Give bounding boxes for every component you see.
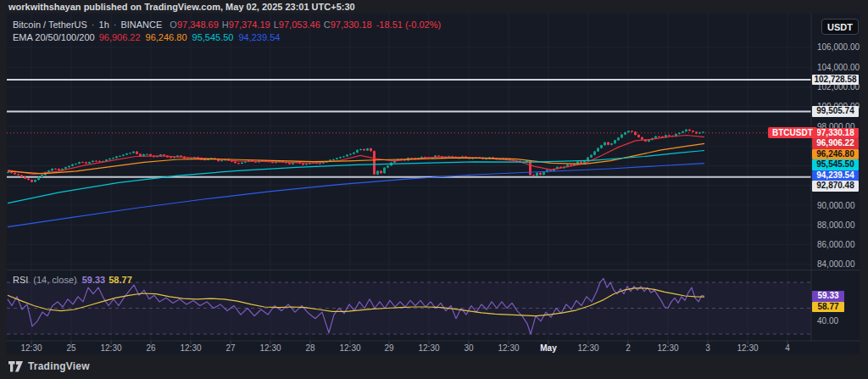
ema-indicator-label[interactable]: EMA 20/50/100/200: [13, 31, 95, 44]
candle-body: [58, 169, 60, 170]
candle-body: [346, 155, 348, 157]
candle-body: [607, 142, 609, 145]
candle-body: [682, 131, 684, 133]
candle-body: [136, 152, 138, 154]
time-axis-label: 12:30: [657, 343, 678, 354]
symbol-interval[interactable]: 1h: [99, 19, 109, 31]
tradingview-brand-text[interactable]: TradingView: [28, 360, 90, 372]
candle-body: [383, 168, 386, 174]
ema-value: 94,239.54: [238, 32, 280, 42]
candle-body: [54, 169, 57, 170]
price-value-badge: 96,246.80: [812, 149, 859, 160]
candle-body: [437, 156, 440, 157]
candle-body: [570, 164, 572, 165]
candle-body: [624, 132, 626, 135]
ohlc-key: C: [324, 20, 331, 30]
candle-body: [319, 164, 321, 164]
symbol-name[interactable]: Bitcoin / TetherUS: [13, 19, 87, 31]
rsi-legend[interactable]: RSI (14, close) 59.3358.77: [13, 275, 136, 285]
rsi-values: 59.3358.77: [82, 275, 136, 285]
candle-body: [339, 157, 342, 158]
rsi-indicator-label[interactable]: RSI: [13, 275, 28, 285]
ohlc-value: 97,374.19: [229, 20, 270, 30]
time-axis-label: 29: [384, 343, 393, 354]
candle-body: [539, 173, 542, 175]
time-axis-label: 3: [705, 343, 710, 354]
rsi-value-badge: 58.77: [812, 302, 844, 313]
candle-body: [37, 177, 40, 180]
candle-body: [85, 162, 87, 163]
candle-body: [170, 157, 172, 158]
price-line-symbol-badge: BTCUSDT: [768, 127, 817, 138]
price-value-badge: 96,906.22: [812, 138, 859, 149]
candle-body: [658, 137, 660, 137]
candle-body: [234, 162, 236, 164]
price-axis-label: 88,000.00: [817, 220, 860, 230]
tradingview-logo-icon[interactable]: [8, 361, 23, 372]
candle-body: [129, 153, 131, 153]
candle-body: [41, 175, 43, 177]
time-axis-label: 2: [626, 343, 631, 354]
ohlc-value: 97,053.46: [279, 20, 320, 30]
candle-body: [688, 130, 691, 131]
candle-body: [112, 158, 114, 159]
candle-body: [698, 132, 701, 133]
candle-body: [614, 140, 616, 143]
candle-body: [542, 172, 545, 175]
rsi-legend-value: 59.33: [82, 275, 106, 285]
time-axis-label: 12:30: [418, 343, 439, 354]
symbol-legend-row[interactable]: Bitcoin / TetherUS · 1h · BINANCE O97,34…: [13, 19, 441, 31]
time-axis-label: 12:30: [180, 343, 201, 354]
candle-body: [237, 163, 240, 164]
candle-body: [380, 171, 382, 174]
candle-body: [634, 132, 637, 136]
candle-body: [702, 132, 704, 133]
candle-body: [220, 160, 223, 161]
candle-body: [51, 169, 53, 170]
candle-body: [115, 156, 118, 158]
candle-body: [366, 148, 369, 150]
candle-body: [617, 137, 620, 140]
candle-body: [580, 161, 582, 163]
time-axis-label: 28: [305, 343, 314, 354]
time-axis-label: 30: [464, 343, 473, 354]
rsi-axis-label: 40.00: [817, 316, 860, 326]
ema-line-ema-20: [8, 136, 704, 175]
candle-body: [620, 135, 623, 138]
ema-values: 96,906.2296,246.8095,545.5094,239.54: [99, 31, 286, 44]
candle-body: [637, 135, 640, 137]
candle-body: [627, 131, 630, 132]
chart-legend: Bitcoin / TetherUS · 1h · BINANCE O97,34…: [13, 19, 441, 44]
candle-body: [68, 166, 70, 167]
candle-body: [163, 154, 165, 155]
candle-body: [597, 148, 599, 152]
time-axis-label: 27: [225, 343, 235, 354]
candle-body: [685, 130, 687, 131]
candle-body: [387, 165, 389, 167]
candle-body: [532, 175, 535, 176]
candle-body: [132, 152, 135, 153]
ohlc-value: 97,348.69: [177, 20, 219, 30]
price-axis-label: 84,000.00: [817, 259, 860, 269]
currency-toggle-button[interactable]: USDT: [821, 19, 859, 35]
candle-body: [10, 172, 13, 173]
candle-body: [24, 177, 26, 179]
candle-body: [64, 167, 67, 169]
rsi-legend-value: 58.77: [108, 275, 132, 285]
time-axis-label: 12:30: [498, 343, 519, 354]
ohlc-values: O97,348.69H97,374.19L97,053.46C97,330.18: [166, 19, 371, 31]
ema-value: 96,906.22: [99, 32, 141, 42]
candle-body: [92, 161, 94, 162]
candle-body: [146, 154, 148, 155]
candle-body: [590, 155, 593, 158]
candle-body: [692, 131, 694, 131]
price-line-label-badge: 99,505.74: [812, 106, 859, 117]
time-axis-label: 12:30: [259, 343, 281, 354]
candle-body: [536, 173, 538, 176]
chart-canvas[interactable]: [7, 14, 860, 354]
ema-legend-row[interactable]: EMA 20/50/100/200 96,906.2296,246.8095,5…: [13, 31, 441, 44]
candle-body: [241, 163, 243, 164]
price-axis-label: 104,000.00: [817, 63, 860, 72]
candle-body: [648, 140, 650, 142]
candle-body: [20, 176, 23, 177]
